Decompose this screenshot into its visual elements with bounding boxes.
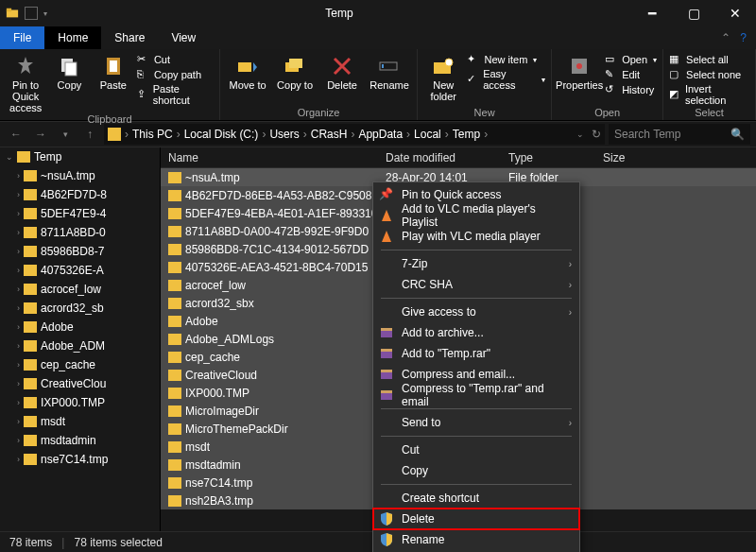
nav-root[interactable]: ⌄Temp — [0, 147, 160, 166]
folder-icon — [17, 151, 30, 163]
nav-item[interactable]: ›nse7C14.tmp — [0, 450, 160, 469]
ctx-vlc-playlist[interactable]: Add to VLC media player's Playlist — [373, 205, 579, 226]
ctx-give-access[interactable]: Give access to› — [373, 302, 579, 322]
edit-button[interactable]: ✎Edit — [605, 68, 657, 81]
ctx-crc[interactable]: CRC SHA› — [373, 274, 579, 295]
history-icon: ↺ — [605, 83, 618, 96]
delete-button[interactable]: Delete — [320, 51, 364, 91]
properties-button[interactable]: Properties — [558, 51, 601, 91]
minimize-button[interactable]: ━ — [631, 0, 673, 26]
crumb[interactable]: This PC — [132, 128, 173, 141]
nav-item[interactable]: ›CreativeClou — [0, 374, 160, 393]
ribbon-collapse-icon[interactable]: ⌃ — [721, 31, 730, 44]
refresh-icon[interactable]: ↻ — [592, 128, 601, 141]
crumb[interactable]: Local — [414, 128, 441, 141]
col-size[interactable]: Size — [595, 151, 671, 164]
tab-view[interactable]: View — [158, 26, 209, 49]
col-date[interactable]: Date modified — [378, 151, 501, 164]
nav-item[interactable]: ›Adobe_ADM — [0, 336, 160, 355]
ctx-7zip[interactable]: 7-Zip› — [373, 253, 579, 274]
move-to-button[interactable]: Move to — [226, 51, 269, 91]
up-button[interactable]: ↑ — [79, 124, 100, 145]
search-icon: 🔍 — [730, 128, 745, 141]
shield-icon — [379, 511, 394, 526]
navigation-pane[interactable]: ⌄Temp ›~nsuA.tmp›4B62FD7D-8›5DEF47E9-4›8… — [0, 147, 161, 531]
help-icon[interactable]: ? — [740, 31, 747, 44]
ctx-vlc-play[interactable]: Play with VLC media player — [373, 226, 579, 247]
col-name[interactable]: Name — [161, 151, 378, 164]
ctx-copy[interactable]: Copy — [373, 460, 579, 481]
pin-label: Pin to Quick access — [6, 79, 45, 113]
new-icon: ✦ — [467, 53, 480, 66]
access-icon: ✓ — [467, 73, 479, 86]
nav-item[interactable]: ›Adobe — [0, 318, 160, 336]
qat-item[interactable] — [25, 7, 38, 20]
cut-button[interactable]: ✂Cut — [137, 53, 214, 66]
nav-item[interactable]: ›msdt — [0, 412, 160, 431]
column-headers[interactable]: Name Date modified Type Size — [161, 147, 756, 168]
copy-to-button[interactable]: Copy to — [273, 51, 317, 91]
ctx-rename[interactable]: Rename — [373, 529, 579, 550]
history-button[interactable]: ↺History — [605, 83, 657, 96]
new-folder-button[interactable]: New folder — [423, 51, 463, 102]
nav-item[interactable]: ›cep_cache — [0, 355, 160, 374]
ctx-add-archive[interactable]: Add to archive... — [373, 322, 579, 343]
paste-button[interactable]: Paste — [94, 51, 133, 91]
rename-button[interactable]: Rename — [368, 51, 411, 91]
nav-item[interactable]: ›8711A8BD-0 — [0, 223, 160, 242]
forward-button[interactable]: → — [30, 124, 51, 145]
nav-item[interactable]: ›acrord32_sb — [0, 299, 160, 318]
tab-share[interactable]: Share — [101, 26, 158, 49]
svg-rect-10 — [382, 64, 384, 68]
breadcrumb[interactable]: › This PC› Local Disk (C:)› Users› CRasH… — [104, 124, 605, 145]
folder-icon — [168, 477, 181, 489]
easy-access-button[interactable]: ✓Easy access▾ — [467, 68, 545, 91]
folder-icon — [168, 334, 181, 345]
nav-item[interactable]: ›85986BD8-7 — [0, 242, 160, 261]
nav-item[interactable]: ›msdtadmin — [0, 431, 160, 450]
crumb[interactable]: Local Disk (C:) — [184, 128, 259, 141]
maximize-button[interactable]: ▢ — [673, 0, 714, 26]
ctx-compress-temp-email[interactable]: Compress to "Temp.rar" and email — [373, 385, 579, 405]
open-button[interactable]: ▭Open▾ — [605, 53, 657, 66]
folder-icon — [168, 495, 181, 507]
nav-item[interactable]: ›IXP000.TMP — [0, 393, 160, 412]
group-label: New — [423, 107, 545, 120]
nav-item[interactable]: ›5DEF47E9-4 — [0, 204, 160, 223]
copy-path-button[interactable]: ⎘Copy path — [137, 68, 214, 81]
crumb[interactable]: CRasH — [311, 128, 348, 141]
folder-icon — [168, 226, 181, 237]
folder-icon — [24, 378, 37, 389]
search-input[interactable]: Search Temp 🔍 — [609, 124, 750, 145]
ctx-delete[interactable]: Delete — [373, 509, 579, 529]
crumb[interactable]: AppData — [358, 128, 403, 141]
tab-file[interactable]: File — [0, 26, 44, 49]
nav-item[interactable]: ›4075326E-A — [0, 261, 160, 280]
ctx-create-shortcut[interactable]: Create shortcut — [373, 488, 579, 509]
crumb[interactable]: Users — [269, 128, 299, 141]
pin-button[interactable]: Pin to Quick access — [6, 51, 45, 113]
crumb[interactable]: Temp — [453, 128, 480, 141]
select-none-button[interactable]: ▢Select none — [669, 68, 749, 81]
nav-item[interactable]: ›4B62FD7D-8 — [0, 185, 160, 204]
ctx-send-to[interactable]: Send to› — [373, 412, 579, 433]
status-selected: 78 items selected — [74, 536, 162, 549]
invert-selection-button[interactable]: ◩Invert selection — [669, 83, 749, 106]
recent-button[interactable]: ▾ — [55, 124, 76, 145]
tab-home[interactable]: Home — [44, 26, 101, 49]
folder-icon — [24, 265, 37, 276]
col-type[interactable]: Type — [501, 151, 595, 164]
ctx-cut[interactable]: Cut — [373, 440, 579, 460]
nav-item[interactable]: ›~nsuA.tmp — [0, 166, 160, 185]
folder-icon — [168, 370, 181, 381]
dropdown-icon[interactable]: ⌄ — [576, 129, 584, 139]
select-all-button[interactable]: ▦Select all — [669, 53, 749, 66]
folder-icon — [168, 316, 181, 327]
paste-shortcut-button[interactable]: ⇪Paste shortcut — [137, 83, 214, 106]
back-button[interactable]: ← — [6, 124, 26, 145]
close-button[interactable]: ✕ — [714, 0, 756, 26]
new-item-button[interactable]: ✦New item▾ — [467, 53, 545, 66]
nav-item[interactable]: ›acrocef_low — [0, 280, 160, 299]
ctx-add-temp[interactable]: Add to "Temp.rar" — [373, 343, 579, 364]
copy-button[interactable]: Copy — [49, 51, 89, 91]
